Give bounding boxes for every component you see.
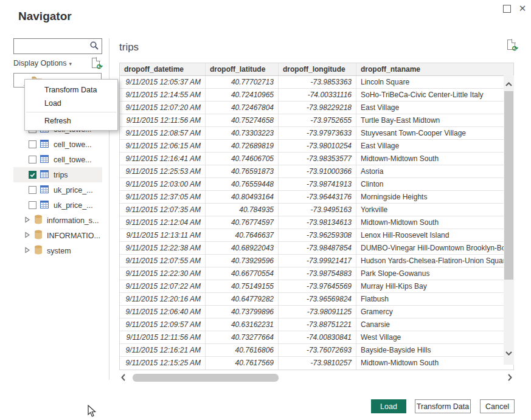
table-cell: 40.66770554	[206, 267, 279, 280]
display-options-dropdown[interactable]: Display Options▾	[13, 59, 72, 67]
table-row: 9/11/2015 12:15:25 AM40.7617569-73.98102…	[120, 357, 513, 370]
table-cell: -73.98134613	[279, 216, 356, 229]
table-cell: DUMBO-Vinegar Hill-Downtown Brooklyn-Boe…	[356, 242, 513, 254]
table-cell: 9/11/2015 12:06:40 AM	[120, 306, 206, 318]
table-cell: 9/11/2015 12:08:57 AM	[120, 127, 206, 139]
navigator-dialog: Navigator ✕ Display Options▾ ⟳	[0, 0, 531, 420]
tree-item-trips[interactable]: trips	[13, 167, 102, 182]
maximize-button[interactable]	[501, 2, 513, 15]
table-cell: 40.7646637	[206, 229, 279, 241]
expand-arrow-icon[interactable]	[25, 247, 30, 255]
table-cell: -74.00830841	[279, 331, 356, 343]
table-cell: -73.98229218	[279, 102, 356, 114]
menu-item-refresh[interactable]: Refresh	[25, 114, 117, 128]
search-icon[interactable]	[89, 41, 99, 53]
table-row: 9/11/2015 12:07:22 AM40.75149155-73.9764…	[120, 280, 513, 293]
table-row: 9/11/2015 12:05:37 AM40.77702713-73.9853…	[120, 76, 513, 89]
vertical-scroll-thumb[interactable]	[504, 91, 513, 280]
table-cell: -73.99921417	[279, 255, 356, 267]
table-cell: East Village	[356, 140, 513, 152]
tree-item-label: system	[47, 247, 71, 255]
preview-title: trips	[119, 41, 139, 53]
table-cell: 9/11/2015 12:14:55 AM	[120, 89, 206, 101]
tree-item-cell-towe[interactable]: cell_towe...	[13, 137, 102, 152]
checkbox[interactable]	[29, 140, 36, 148]
checkbox[interactable]	[29, 186, 36, 194]
table-cell: 9/11/2015 12:16:21 AM	[120, 344, 206, 356]
preview-table: dropoff_datetimedropoff_latitudedropoff_…	[119, 63, 514, 370]
table-cell: 9/11/2015 12:20:16 AM	[120, 293, 206, 305]
table-cell: 40.76591873	[206, 165, 279, 177]
tree-item-uk-price[interactable]: uk_price_...	[13, 182, 102, 198]
column-header-dropoff_ntaname[interactable]: dropoff_ntaname	[356, 63, 513, 75]
table-cell: 40.72689819	[206, 140, 279, 152]
expand-arrow-icon[interactable]	[25, 232, 30, 240]
scroll-left-icon[interactable]	[120, 373, 127, 384]
table-cell: -73.88751221	[279, 318, 356, 331]
table-row: 9/11/2015 12:06:40 AM40.73799896-73.9809…	[120, 306, 513, 318]
checkbox[interactable]	[29, 156, 36, 164]
transform-data-button[interactable]: Transform Data	[415, 399, 471, 413]
table-cell: 40.76559448	[206, 178, 279, 190]
refresh-preview-icon[interactable]: ⟳	[91, 57, 102, 69]
table-cell: 9/11/2015 12:05:37 AM	[120, 76, 206, 88]
scroll-up-icon[interactable]	[505, 79, 513, 90]
table-cell: 40.784935	[206, 204, 279, 216]
table-cell: -73.98010254	[279, 140, 356, 152]
table-cell: 9/11/2015 12:06:15 AM	[120, 140, 206, 152]
horizontal-scroll-thumb[interactable]	[133, 374, 279, 382]
menu-item-load[interactable]: Load	[25, 97, 117, 110]
table-row: 9/11/2015 12:14:55 AM40.72410965-74.0033…	[120, 89, 513, 102]
close-button[interactable]: ✕	[516, 2, 529, 15]
column-header-dropoff_latitude[interactable]: dropoff_latitude	[206, 63, 279, 75]
column-header-dropoff_datetime[interactable]: dropoff_datetime	[120, 63, 206, 75]
tree-item-information-s[interactable]: information_s...	[13, 213, 102, 228]
tree-item-cell-towe[interactable]: cell_towe...	[13, 152, 102, 167]
tree-item-label: uk_price_...	[54, 186, 93, 195]
checkbox[interactable]	[29, 171, 36, 179]
scroll-down-icon[interactable]	[505, 348, 513, 359]
table-header-row: dropoff_datetimedropoff_latitudedropoff_…	[120, 63, 513, 76]
search-box[interactable]	[13, 38, 102, 54]
refresh-arrows-icon: ⟳	[97, 63, 103, 71]
table-row: 9/11/2015 12:12:04 AM40.76774597-73.9813…	[120, 216, 513, 229]
table-cell: 40.76774597	[206, 216, 279, 229]
table-cell: -73.97973633	[279, 127, 356, 139]
preview-header: ⟳	[119, 40, 514, 57]
table-cell: Park Slope-Gowanus	[356, 267, 513, 280]
table-row: 9/11/2015 12:08:57 AM40.73303223-73.9797…	[120, 127, 513, 140]
refresh-table-icon[interactable]: ⟳	[507, 39, 518, 51]
column-header-dropoff_longitude[interactable]: dropoff_longitude	[279, 63, 356, 75]
table-cell: Stuyvesant Town-Cooper Village	[356, 127, 513, 139]
checkbox[interactable]	[29, 201, 36, 209]
table-cell: 40.74606705	[206, 153, 279, 165]
horizontal-scrollbar[interactable]	[119, 372, 514, 384]
dialog-title: Navigator	[18, 10, 72, 23]
cancel-button[interactable]: Cancel	[480, 399, 515, 413]
tree-item-informatio[interactable]: INFORMATIO...	[13, 228, 102, 243]
vertical-scrollbar[interactable]	[504, 75, 514, 365]
load-button[interactable]: Load	[371, 399, 406, 413]
search-input[interactable]	[16, 40, 89, 53]
table-cell: 9/11/2015 12:22:30 AM	[120, 267, 206, 280]
scroll-right-icon[interactable]	[507, 373, 513, 384]
table-cell: -73.91000366	[279, 165, 356, 177]
tree-item-system[interactable]: system	[13, 243, 102, 258]
table-cell: 9/11/2015 12:03:00 AM	[120, 178, 206, 190]
table-row: 9/11/2015 12:07:20 AM40.72467804-73.9822…	[120, 102, 513, 114]
table-cell: -73.76072693	[279, 344, 356, 356]
table-icon	[40, 185, 49, 195]
table-cell: -73.98091125	[279, 306, 356, 318]
table-cell: 40.73277664	[206, 331, 279, 343]
table-cell: 9/11/2015 12:37:05 AM	[120, 191, 206, 203]
table-cell: -73.9810257	[279, 357, 356, 370]
table-cell: 40.68922043	[206, 242, 279, 254]
table-cell: 9/11/2015 12:15:25 AM	[120, 357, 206, 370]
table-cell: -73.97645569	[279, 280, 356, 292]
tree-item-uk-price[interactable]: uk_price_...	[13, 198, 102, 213]
display-options-row: Display Options▾ ⟳	[13, 59, 102, 71]
expand-arrow-icon[interactable]	[25, 216, 30, 225]
menu-item-transform-data[interactable]: Transform Data	[25, 83, 117, 97]
table-cell: 9/11/2015 12:07:20 AM	[120, 102, 206, 114]
table-cell: 9/11/2015 12:12:04 AM	[120, 216, 206, 229]
